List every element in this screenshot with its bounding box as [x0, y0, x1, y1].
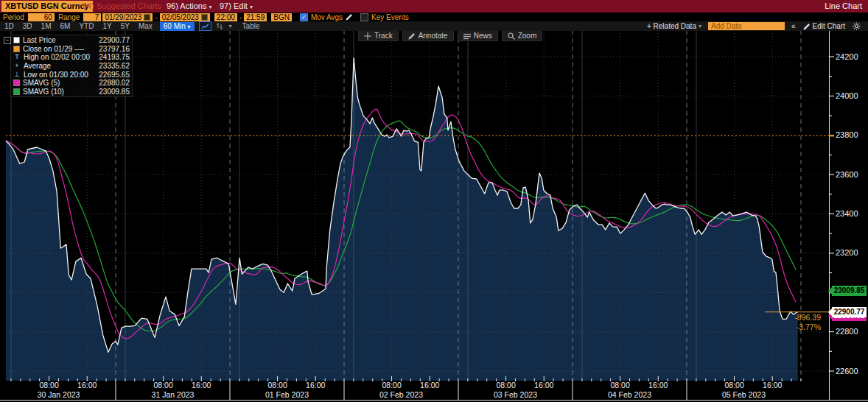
svg-text:23400: 23400 [836, 209, 858, 218]
actions-menu[interactable]: 96) Actions▾ [167, 1, 211, 12]
svg-text:23800: 23800 [836, 130, 858, 139]
chart-type-dropdown[interactable]: ▾ [229, 23, 232, 29]
collapse-panel-button[interactable]: « [791, 22, 796, 30]
svg-text:08:00: 08:00 [382, 381, 401, 389]
edit-menu[interactable]: 97) Edit▾ [220, 1, 253, 12]
svg-text:24000: 24000 [836, 91, 858, 100]
svg-text:16:00: 16:00 [77, 381, 97, 389]
date-from-input[interactable]: 01/29/2023 [102, 13, 153, 21]
legend-row-smavg10[interactable]: SMAVG (10)23009.85 [11, 88, 132, 96]
svg-text:16:00: 16:00 [420, 381, 439, 389]
low-marker-icon: ⊥ [13, 71, 21, 78]
sma10-axis-badge: 23009.85 [832, 286, 867, 296]
bloomberg-chart-window: XBTUSD BGN Curncy 94) Suggested Charts 9… [0, 0, 868, 402]
pencil-icon [803, 23, 811, 30]
interval-select[interactable]: 60 Min ▾ [160, 22, 195, 31]
chart-type-label: Line Chart [825, 1, 862, 12]
bar-chart-icon [216, 22, 223, 30]
mov-avgs-checkbox[interactable]: ✓ [300, 13, 308, 21]
source-select[interactable]: BGN [271, 13, 292, 21]
table-button[interactable]: Table [242, 22, 260, 30]
legend-row-high[interactable]: THigh on 02/02 00:0024193.75 [11, 53, 132, 62]
time-range-separator: - [239, 13, 242, 21]
chevron-down-icon: ▾ [209, 4, 211, 10]
range-tab-1d[interactable]: 1D [4, 22, 14, 30]
chart-legend: Last Price22900.77 Close on 01/29 ----23… [10, 35, 133, 97]
svg-text:08:00: 08:00 [153, 381, 172, 389]
legend-row-average[interactable]: +Average23335.62 [11, 62, 132, 71]
date-to-input[interactable]: 02/05/2023 [160, 13, 210, 21]
svg-text:16:00: 16:00 [192, 381, 211, 389]
range-tab-ytd[interactable]: YTD [79, 22, 94, 30]
svg-text:08:00: 08:00 [39, 381, 58, 389]
add-data-input[interactable]: Add Data [708, 22, 785, 30]
mov-avgs-label: Mov Avgs [311, 13, 343, 21]
svg-text:16:00: 16:00 [763, 381, 782, 389]
svg-text:16:00: 16:00 [306, 381, 325, 389]
title-bar: XBTUSD BGN Curncy 94) Suggested Charts 9… [0, 0, 868, 13]
related-data-button[interactable]: + Related Data▾ [647, 22, 701, 30]
bar-chart-type-button[interactable] [216, 22, 223, 30]
average-marker-icon: + [13, 63, 21, 69]
svg-text:08:00: 08:00 [724, 381, 743, 389]
chevron-down-icon: ▾ [699, 23, 701, 29]
security-ticker[interactable]: XBTUSD BGN Curncy [1, 1, 93, 12]
key-events-checkbox[interactable] [360, 13, 368, 21]
key-events-label: Key Events [371, 13, 409, 21]
time-from-input[interactable]: 22:00 [214, 13, 237, 21]
legend-row-close[interactable]: Close on 01/29 ----23797.16 [11, 45, 132, 54]
svg-text:04 Feb 2023: 04 Feb 2023 [608, 390, 651, 399]
svg-text:05 Feb 2023: 05 Feb 2023 [722, 390, 766, 399]
period-input[interactable]: 60 [28, 13, 55, 21]
calendar-icon[interactable] [201, 14, 208, 21]
range-tab-1y[interactable]: 1Y [102, 22, 111, 30]
time-to-input[interactable]: 21:59 [244, 13, 267, 21]
suggested-charts-menu[interactable]: 94) Suggested Charts [83, 1, 161, 12]
news-icon [463, 32, 471, 40]
range-tab-6m[interactable]: 6M [60, 22, 71, 30]
range-input[interactable]: 7 [83, 13, 101, 21]
svg-text:08:00: 08:00 [610, 381, 629, 389]
chart-tools: Track Annotate News Zoom [358, 30, 542, 41]
track-button[interactable]: Track [358, 30, 399, 41]
svg-text:08:00: 08:00 [496, 381, 515, 389]
change-percent: -3.77% [759, 322, 821, 332]
period-label: Period [3, 13, 24, 21]
svg-text:03 Feb 2023: 03 Feb 2023 [494, 390, 537, 399]
svg-text:24200: 24200 [836, 52, 858, 61]
edit-chart-button[interactable]: Edit Chart [803, 22, 845, 30]
svg-text:31 Jan 2023: 31 Jan 2023 [152, 390, 195, 399]
legend-expander[interactable]: − [4, 37, 11, 44]
svg-text:08:00: 08:00 [267, 381, 287, 389]
svg-text:02 Feb 2023: 02 Feb 2023 [379, 390, 423, 399]
svg-text:16:00: 16:00 [648, 381, 668, 389]
range-tab-1m[interactable]: 1M [41, 22, 52, 30]
annotate-button[interactable]: Annotate [402, 30, 454, 41]
line-chart-icon [201, 23, 209, 30]
gear-icon [853, 22, 861, 30]
legend-row-last-price[interactable]: Last Price22900.77 [11, 36, 132, 45]
legend-row-low[interactable]: ⊥Low on 01/30 20:0022695.65 [11, 70, 132, 79]
zoom-button[interactable]: Zoom [502, 30, 543, 41]
last-change-readout: -896.39 -3.77% [759, 313, 821, 332]
calendar-icon[interactable] [144, 14, 150, 21]
last-price-swatch [13, 37, 20, 43]
range-tab-5y[interactable]: 5Y [121, 22, 130, 30]
legend-row-smavg5[interactable]: SMAVG (5)22880.02 [11, 79, 132, 88]
news-button[interactable]: News [458, 30, 498, 41]
range-tab-3d[interactable]: 3D [23, 22, 32, 30]
crosshair-icon [364, 32, 371, 40]
svg-text:22800: 22800 [836, 327, 858, 336]
pencil-icon[interactable] [346, 13, 353, 21]
settings-gear-button[interactable] [853, 22, 861, 30]
range-tab-max[interactable]: Max [139, 22, 153, 30]
chevron-down-icon: ▾ [250, 4, 253, 10]
magnifier-icon [508, 32, 515, 40]
smavg5-swatch [13, 80, 20, 86]
line-chart-type-button[interactable] [199, 21, 211, 31]
svg-text:30 Jan 2023: 30 Jan 2023 [38, 390, 80, 399]
chart-toolbar-row: 1D 3D 1M 6M YTD 1Y 5Y Max 60 Min ▾ ▾ Tab… [0, 21, 868, 31]
svg-text:01 Feb 2023: 01 Feb 2023 [265, 390, 309, 399]
change-absolute: -896.39 [759, 313, 821, 322]
svg-text:23200: 23200 [836, 248, 858, 257]
